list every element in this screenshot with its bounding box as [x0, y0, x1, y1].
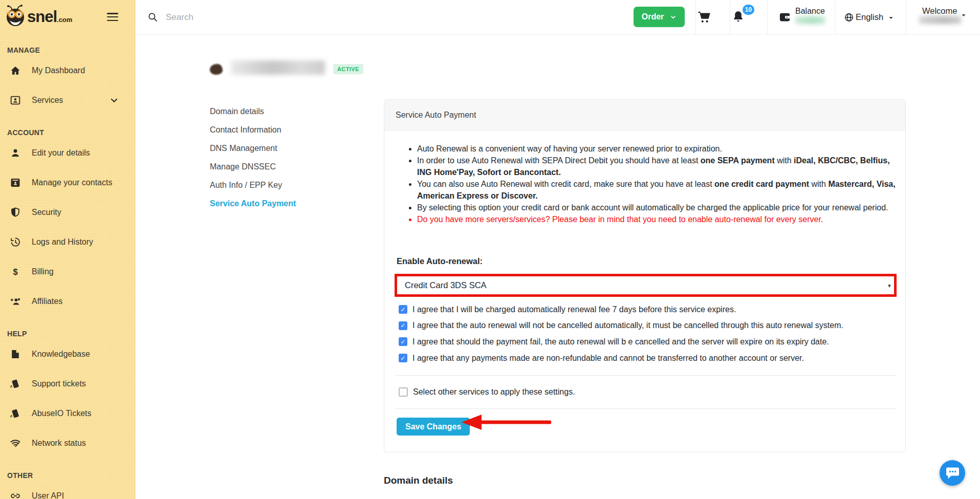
agreement-row: ✓I agree that should the payment fail, t…	[399, 334, 892, 350]
sidebar-item-edit-your-details[interactable]: Edit your details	[0, 138, 136, 168]
link-icon	[10, 490, 21, 499]
bullet-item: In order to use Auto Renewal with SEPA D…	[417, 155, 896, 178]
enable-auto-renewal-label: Enable Auto-renewal:	[397, 256, 483, 266]
cart-icon[interactable]	[697, 10, 711, 24]
divider	[395, 375, 897, 376]
svg-text:$: $	[13, 267, 17, 276]
caret-down-icon	[888, 15, 894, 21]
sidebar-item-services[interactable]: Services	[0, 85, 136, 115]
topbar-divider	[835, 0, 835, 34]
language-selector[interactable]: English	[856, 12, 883, 22]
search-input[interactable]	[165, 9, 387, 26]
app-window: snel.com MANAGEMy DashboardServicesACCOU…	[0, 0, 980, 499]
redacted-username	[919, 16, 961, 24]
sidebar-item-manage-your-contacts[interactable]: Manage your contacts	[0, 168, 136, 198]
bullet-item: Auto Renewal is a convenient way of havi…	[417, 143, 896, 155]
bullet-item: By selecting this option your credit car…	[417, 202, 896, 213]
sidebar-item-label: Edit your details	[32, 148, 90, 158]
annotation-highlight-box: Credit Card 3DS SCA ▼	[395, 274, 897, 297]
agreement-label: I agree that any payments made are non-r…	[412, 354, 804, 363]
save-changes-button[interactable]: Save Changes	[397, 418, 470, 436]
warning-bullet-item: Do you have more servers/services? Pleas…	[417, 213, 896, 225]
sidebar-item-label: Manage your contacts	[32, 178, 112, 187]
sidebar-item-label: Support tickets	[32, 379, 86, 388]
sidebar-section-title-other: OTHER	[7, 471, 136, 481]
shield-icon	[10, 207, 21, 218]
agreement-checkbox-2[interactable]: ✓	[399, 321, 407, 330]
sidebar-item-billing[interactable]: $Billing	[0, 257, 136, 287]
sidebar-item-my-dashboard[interactable]: My Dashboard	[0, 56, 136, 85]
auto-renewal-info-list: Auto Renewal is a convenient way of havi…	[384, 143, 896, 225]
home-icon	[10, 65, 21, 76]
redacted-balance-amount	[795, 16, 825, 24]
divider	[395, 408, 897, 409]
agreement-checkbox-3[interactable]: ✓	[399, 337, 407, 346]
auto-renewal-select-value: Credit Card 3DS SCA	[405, 280, 487, 290]
person-icon	[10, 147, 21, 159]
ticket-icon	[10, 378, 21, 389]
topbar-divider	[730, 0, 730, 34]
agreement-checkbox-1[interactable]: ✓	[399, 305, 407, 314]
sidebar-item-abuseio-tickets[interactable]: AbuseIO Tickets	[0, 399, 136, 428]
agreement-checkbox-4[interactable]: ✓	[399, 354, 407, 362]
agreement-row: ✓I agree that I will be charged automati…	[399, 301, 892, 318]
sidebar-section-title-help: HELP	[7, 330, 136, 339]
bullet-item: You can also use Auto Renewal with credi…	[417, 178, 896, 202]
services-icon	[10, 95, 21, 106]
agreement-label: I agree that the auto renewal will not b…	[412, 321, 843, 330]
sidebar-item-label: Network status	[32, 439, 86, 448]
sidebar-item-network-status[interactable]: Network status	[0, 428, 136, 458]
status-badge: ACTIVE	[333, 64, 363, 74]
search-icon	[147, 12, 158, 23]
sidebar-item-logs-and-history[interactable]: Logs and History	[0, 227, 136, 257]
other-services-row: Select other services to apply these set…	[399, 384, 575, 400]
redacted-domain-name	[231, 60, 325, 75]
auto-renewal-select[interactable]: Credit Card 3DS SCA ▼	[397, 276, 894, 294]
knowledgebase-icon	[10, 349, 21, 360]
topbar: Order 10 Balance English	[136, 0, 980, 35]
sidebar-item-label: Security	[32, 208, 61, 217]
other-services-label: Select other services to apply these set…	[413, 387, 575, 397]
sidebar-item-label: Services	[32, 96, 63, 105]
sidebar-item-label: AbuseIO Tickets	[32, 409, 92, 418]
sidebar-item-support-tickets[interactable]: Support tickets	[0, 369, 136, 399]
sidebar-item-security[interactable]: Security	[0, 198, 136, 227]
order-button-label: Order	[642, 12, 664, 21]
sidebar-item-label: Billing	[32, 267, 54, 276]
domain-favicon	[210, 64, 223, 75]
tab-domain-details[interactable]: Domain details	[210, 102, 368, 121]
tab-auth-info-epp-key[interactable]: Auth Info / EPP Key	[210, 176, 368, 194]
tab-contact-information[interactable]: Contact Information	[210, 121, 368, 139]
agreement-list: ✓I agree that I will be charged automati…	[399, 301, 892, 366]
sidebar-item-user-api[interactable]: User API	[0, 481, 136, 499]
sidebar-section-title-account: ACCOUNT	[7, 128, 136, 138]
other-services-checkbox[interactable]	[399, 387, 408, 397]
snel-bee-logo-icon	[4, 4, 28, 29]
brand-wordmark: snel.com	[27, 8, 72, 26]
order-button[interactable]: Order	[634, 7, 685, 27]
select-dropdown-arrow-icon[interactable]: ▼	[887, 283, 892, 288]
contacts-icon	[10, 177, 21, 188]
balance-label[interactable]: Balance	[795, 7, 825, 16]
page-section-heading: Domain details	[384, 475, 453, 486]
sidebar: snel.com MANAGEMy DashboardServicesACCOU…	[0, 0, 136, 499]
caret-down-icon	[961, 12, 967, 18]
sidebar-section-title-manage: MANAGE	[7, 46, 136, 56]
tab-service-auto-payment[interactable]: Service Auto Payment	[210, 194, 368, 213]
tab-manage-dnssec[interactable]: Manage DNSSEC	[210, 158, 368, 176]
topbar-divider	[767, 0, 768, 34]
ticket-icon	[10, 408, 21, 419]
chat-widget-button[interactable]	[940, 460, 965, 486]
welcome-user-menu[interactable]: Welcome	[922, 6, 957, 16]
agreement-row: ✓I agree that the auto renewal will not …	[399, 318, 892, 334]
history-icon	[10, 236, 21, 248]
chevron-down-icon	[108, 95, 120, 106]
sidebar-item-affiliates[interactable]: Affiliates	[0, 287, 136, 316]
sidebar-item-knowledgebase[interactable]: Knowledgebase	[0, 339, 136, 369]
menu-icon[interactable]	[107, 13, 119, 22]
sidebar-item-label: My Dashboard	[32, 66, 85, 75]
topbar-divider	[695, 0, 696, 34]
topbar-divider	[906, 0, 906, 34]
sidebar-item-label: Logs and History	[32, 237, 93, 247]
tab-dns-management[interactable]: DNS Management	[210, 139, 368, 158]
